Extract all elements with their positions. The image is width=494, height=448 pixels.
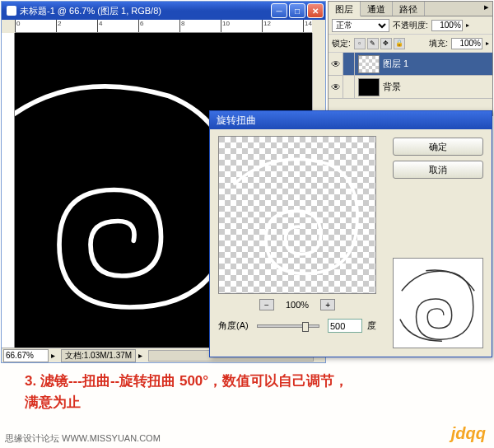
ok-button[interactable]: 确定 <box>393 138 483 156</box>
lock-all-icon[interactable]: 🔒 <box>394 38 405 49</box>
ruler-horizontal: 0 2 4 6 8 10 12 14 <box>15 20 312 33</box>
tab-channels[interactable]: 通道 <box>361 2 393 16</box>
layer-item[interactable]: 👁 图层 1 <box>329 53 492 76</box>
lock-pixels-icon[interactable]: ✎ <box>367 38 379 49</box>
dialog-title[interactable]: 旋转扭曲 <box>210 111 492 129</box>
filesize-display: 文档:1.03M/1.37M <box>61 349 136 362</box>
ruler-vertical <box>2 33 15 348</box>
tab-paths[interactable]: 路径 <box>393 2 425 16</box>
angle-input[interactable] <box>328 319 362 333</box>
visibility-icon[interactable]: 👁 <box>329 76 343 98</box>
panel-menu-icon[interactable]: ▸ <box>481 2 492 16</box>
instruction-caption: 3. 滤镜---扭曲--旋转扭曲 500°，数值可以自己调节， 满意为止 <box>25 371 478 413</box>
filter-preview[interactable] <box>218 136 376 294</box>
zoom-in-button[interactable]: + <box>320 299 335 310</box>
angle-unit: 度 <box>367 320 376 332</box>
visibility-icon[interactable]: 👁 <box>329 53 343 75</box>
layer-item[interactable]: 👁 背景 <box>329 76 492 99</box>
angle-slider[interactable] <box>257 324 319 328</box>
blend-mode-select[interactable]: 正常 <box>332 19 389 32</box>
opacity-input[interactable] <box>431 20 463 31</box>
close-button[interactable]: ✕ <box>307 3 324 18</box>
document-icon <box>7 6 16 16</box>
panel-tabs: 图层 通道 路径 ▸ <box>329 2 492 16</box>
layer-thumbnail[interactable] <box>358 55 380 73</box>
maximize-button[interactable]: □ <box>289 3 305 18</box>
layer-list: 👁 图层 1 👁 背景 <box>329 53 492 99</box>
nav-arrow-icon[interactable]: ▸ <box>136 351 145 360</box>
lock-position-icon[interactable]: ✥ <box>380 38 392 49</box>
opacity-label: 不透明度: <box>393 20 428 31</box>
dropdown-icon[interactable]: ▸ <box>486 40 489 47</box>
layer-name: 背景 <box>383 81 401 93</box>
layer-name: 图层 1 <box>383 58 408 70</box>
lock-label: 锁定: <box>332 38 351 49</box>
zoom-out-button[interactable]: − <box>259 299 274 310</box>
fill-input[interactable] <box>451 38 482 49</box>
angle-label: 角度(A) <box>218 320 249 332</box>
attribution: 思缘设计论坛 WWW.MISSYUAN.COM <box>5 432 161 445</box>
tab-layers[interactable]: 图层 <box>329 2 361 16</box>
zoom-input[interactable] <box>3 349 49 362</box>
lock-transparency-icon[interactable]: ▫ <box>354 38 366 49</box>
result-spiral <box>394 259 482 348</box>
minimize-button[interactable]: ─ <box>271 3 287 18</box>
dropdown-icon[interactable]: ▸ <box>466 21 469 29</box>
document-titlebar[interactable]: 未标题-1 @ 66.7% (图层 1, RGB/8) ─ □ ✕ <box>2 2 325 20</box>
result-thumbnail <box>393 258 483 348</box>
nav-arrow-icon[interactable]: ▸ <box>49 351 58 360</box>
cancel-button[interactable]: 取消 <box>393 161 483 179</box>
twirl-dialog: 旋转扭曲 − 100% + 角度(A) 度 确定 取消 <box>209 110 492 357</box>
fill-label: 填充: <box>429 38 448 49</box>
slider-thumb[interactable] <box>302 322 309 332</box>
layers-panel: 图层 通道 路径 ▸ 正常 不透明度: ▸ 锁定: ▫ ✎ ✥ 🔒 填充: ▸ … <box>328 1 493 116</box>
layer-thumbnail[interactable] <box>358 78 380 96</box>
preview-spiral <box>219 137 375 293</box>
document-title: 未标题-1 @ 66.7% (图层 1, RGB/8) <box>20 5 271 17</box>
zoom-percent: 100% <box>286 300 309 310</box>
brand-watermark: jdqq <box>451 424 486 443</box>
